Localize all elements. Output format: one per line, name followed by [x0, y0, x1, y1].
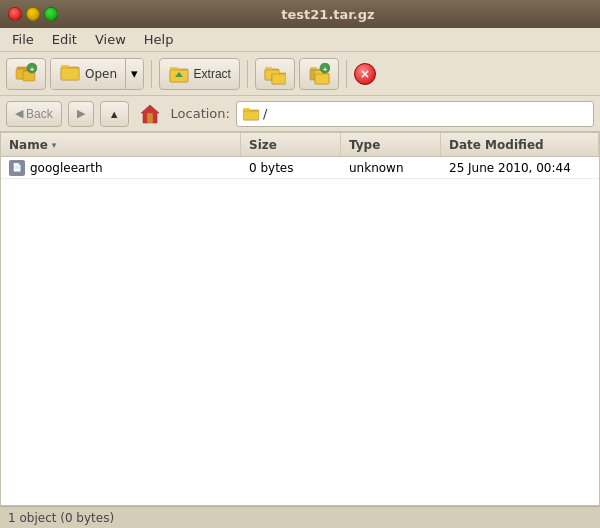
file-date-cell: 25 June 2010, 00:44 [441, 159, 599, 177]
close-archive-button[interactable]: × [354, 63, 376, 85]
open-folder-icon [59, 61, 81, 86]
home-button[interactable] [135, 101, 165, 127]
back-label: Back [26, 107, 53, 121]
location-path[interactable]: / [236, 101, 594, 127]
titlebar: test21.tar.gz [0, 0, 600, 28]
menu-edit[interactable]: Edit [44, 30, 85, 49]
file-type-cell: unknown [341, 159, 441, 177]
file-list-header: Name ▾ Size Type Date Modified [1, 133, 599, 157]
locationbar: ◀ Back ▶ ▲ Location: / [0, 96, 600, 132]
window-title: test21.tar.gz [64, 7, 592, 22]
file-type-icon: 📄 [9, 160, 25, 176]
menubar: File Edit View Help [0, 28, 600, 52]
close-archive-icon: × [360, 67, 370, 81]
close-window-button[interactable] [8, 7, 22, 21]
extract-icon [168, 63, 190, 85]
menu-view[interactable]: View [87, 30, 134, 49]
statusbar: 1 object (0 bytes) [0, 506, 600, 528]
table-row[interactable]: 📄 googleearth 0 bytes unknown 25 June 20… [1, 157, 599, 179]
add-button[interactable]: + [6, 58, 46, 90]
toolbar-separator-1 [151, 60, 152, 88]
file-list-body: 📄 googleearth 0 bytes unknown 25 June 20… [1, 157, 599, 505]
sort-arrow-icon: ▾ [52, 140, 57, 150]
location-label: Location: [171, 106, 230, 121]
forward-button[interactable]: ▶ [68, 101, 94, 127]
svg-rect-30 [243, 111, 259, 120]
file-pane: Name ▾ Size Type Date Modified 📄 googlee… [0, 132, 600, 506]
up-arrow-icon: ▲ [109, 108, 120, 120]
maximize-window-button[interactable] [44, 7, 58, 21]
add-icon: + [15, 63, 37, 85]
window-controls [8, 7, 58, 21]
extract-button[interactable]: Extract [159, 58, 240, 90]
back-arrow-icon: ◀ [15, 107, 23, 120]
home-icon [139, 103, 161, 125]
open-dropdown-button[interactable]: ▾ [126, 59, 143, 89]
open-label: Open [85, 67, 117, 81]
file-name-cell: 📄 googleearth [1, 158, 241, 178]
svg-rect-23 [315, 74, 329, 84]
toolbar: + Open ▾ [0, 52, 600, 96]
move-to-button[interactable]: + [299, 58, 339, 90]
back-button[interactable]: ◀ Back [6, 101, 62, 127]
extract-label: Extract [194, 67, 231, 81]
svg-text:+: + [323, 64, 328, 73]
up-button[interactable]: ▲ [100, 101, 129, 127]
toolbar-separator-2 [247, 60, 248, 88]
svg-rect-7 [61, 68, 79, 80]
column-header-date[interactable]: Date Modified [441, 133, 599, 156]
open-button[interactable]: Open [51, 59, 126, 89]
menu-help[interactable]: Help [136, 30, 182, 49]
open-button-group: Open ▾ [50, 58, 144, 90]
path-folder-icon [243, 107, 259, 121]
column-header-size[interactable]: Size [241, 133, 341, 156]
copy-to-icon [264, 63, 286, 85]
status-text: 1 object (0 bytes) [8, 511, 114, 525]
forward-arrow-icon: ▶ [77, 107, 85, 120]
move-to-icon: + [308, 63, 330, 85]
menu-file[interactable]: File [4, 30, 42, 49]
svg-rect-17 [272, 74, 286, 84]
column-header-type[interactable]: Type [341, 133, 441, 156]
svg-text:+: + [30, 64, 35, 73]
column-header-name[interactable]: Name ▾ [1, 133, 241, 156]
svg-rect-27 [147, 113, 153, 123]
toolbar-separator-3 [346, 60, 347, 88]
dropdown-arrow-icon: ▾ [131, 66, 138, 81]
file-size-cell: 0 bytes [241, 159, 341, 177]
copy-to-button[interactable] [255, 58, 295, 90]
path-text: / [263, 106, 267, 121]
minimize-window-button[interactable] [26, 7, 40, 21]
